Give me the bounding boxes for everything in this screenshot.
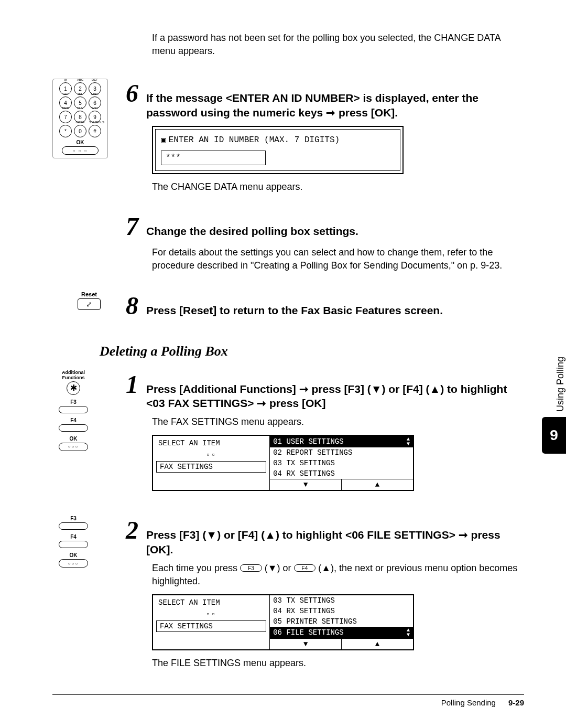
menu-item: 03 TX SETTINGS — [270, 458, 413, 468]
step-number: 8 — [126, 291, 138, 320]
step-note: The FAX SETTINGS menu appears. — [152, 415, 524, 429]
ok-button-icon: ○○○ — [59, 443, 88, 451]
f3-button-icon — [59, 522, 88, 530]
lcd-menu-screen: SELECT AN ITEM ▫▫ FAX SETTINGS 03 TX SET… — [152, 594, 414, 650]
down-arrow-icon: ▼ — [270, 639, 342, 649]
intro-paragraph: If a password has not been set for the p… — [152, 31, 524, 58]
step-note: The CHANGE DATA menu appears. — [152, 180, 524, 194]
step-title: Press [F3] (▼) or [F4] (▲) to highlight … — [146, 528, 524, 556]
keypad-key: * — [59, 125, 72, 137]
keypad-key: 7PRS — [59, 111, 72, 123]
keypad-key: #SYMBOLS — [89, 125, 101, 137]
step-number: 2 — [126, 516, 138, 544]
ok-button-icon: ○ ○ ○ — [62, 146, 99, 155]
chapter-number: 9 — [542, 417, 566, 454]
function-buttons-icon: F3 F4 OK ○○○ — [52, 516, 94, 568]
function-buttons-icon: Additional Functions ✱ F3 F4 OK ○○○ — [52, 370, 94, 451]
footer-section: Polling Sending — [441, 698, 496, 707]
page-footer: Polling Sending 9-29 — [52, 694, 524, 707]
additional-functions-icon: ✱ — [67, 381, 80, 395]
menu-item: 04 RX SETTINGS — [270, 606, 413, 616]
section-heading: Deleting a Polling Box — [100, 344, 524, 359]
step-title: If the message <ENTER AN ID NUMBER> is d… — [146, 91, 524, 120]
menu-item: 01 USER SETTINGS▲▼ — [270, 436, 413, 447]
lcd-menu-screen: SELECT AN ITEM ▫▫ FAX SETTINGS 01 USER S… — [152, 435, 414, 491]
password-field: *** — [161, 151, 266, 165]
step-title: Press [Reset] to return to the Fax Basic… — [146, 303, 443, 317]
menu-item: 06 FILE SETTINGS▲▼ — [270, 627, 413, 638]
page-number: 9-29 — [508, 698, 524, 707]
menu-item: 05 PRINTER SETTINGS — [270, 616, 413, 627]
display-icon: ▣ — [161, 135, 166, 145]
ok-label: OK — [56, 140, 104, 145]
chapter-label: Using Polling — [551, 357, 566, 412]
step-note: The FILE SETTINGS menu appears. — [152, 657, 524, 670]
keypad-icon: 1@2ABC3DEF4GHI5JKL6MNO7PRS8TUV9WXY*0OPER… — [52, 79, 126, 194]
menu-item: 03 TX SETTINGS — [270, 595, 413, 606]
step-title: Change the desired polling box settings. — [146, 224, 358, 238]
f3-key-inline: F3 — [240, 564, 262, 572]
f4-key-inline: F4 — [294, 564, 316, 572]
keypad-key: 0OPER — [74, 125, 86, 137]
lcd-screen: ▣ENTER AN ID NUMBER (MAX. 7 DIGITS) *** — [152, 126, 404, 174]
ok-button-icon: ○○○ — [59, 559, 88, 568]
step-number: 1 — [126, 370, 138, 399]
menu-item: 04 RX SETTINGS — [270, 468, 413, 479]
menu-item: 02 REPORT SETTINGS — [270, 447, 413, 458]
step-number: 6 — [126, 79, 138, 108]
up-arrow-icon: ▲ — [342, 639, 413, 649]
step-number: 7 — [126, 212, 138, 241]
step-body: For details about the settings you can s… — [152, 246, 524, 272]
step-title: Press [Additional Functions] ➞ press [F3… — [146, 382, 524, 411]
reset-button-icon: Reset ⤢ — [73, 291, 105, 310]
down-arrow-icon: ▼ — [270, 479, 342, 490]
f3-button-icon — [59, 406, 88, 413]
up-arrow-icon: ▲ — [342, 479, 413, 490]
f4-button-icon — [59, 424, 88, 432]
step-body: Each time you press F3 (▼) or F4 (▲), th… — [152, 562, 524, 588]
f4-button-icon — [59, 541, 88, 548]
